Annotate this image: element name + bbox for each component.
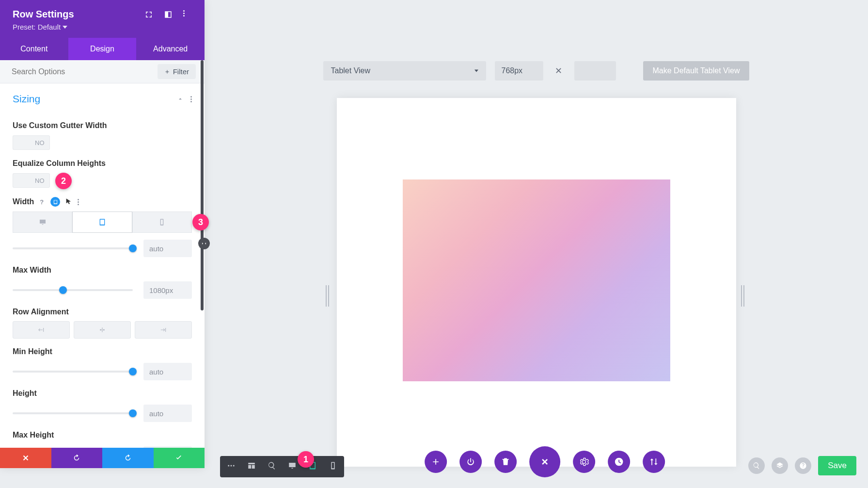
right-dock: Save <box>748 456 856 475</box>
search-dock-icon[interactable] <box>748 457 765 474</box>
panel-scrollbar[interactable] <box>201 60 204 310</box>
device-tabs <box>13 211 192 233</box>
device-tab-phone[interactable] <box>132 211 192 233</box>
layers-dock-icon[interactable] <box>772 457 788 474</box>
tab-advanced[interactable]: Advanced <box>136 38 205 60</box>
canvas-area: ✕ Make Default Tablet View <box>205 0 868 488</box>
viewport-height-input[interactable] <box>574 61 616 81</box>
align-right-button[interactable] <box>135 321 192 339</box>
collapse-icon[interactable] <box>177 96 184 102</box>
maxwidth-label: Max Width <box>13 266 192 275</box>
undo-button[interactable] <box>51 448 103 468</box>
action-circles <box>425 446 665 477</box>
panel-tabs: Content Design Advanced <box>0 38 205 60</box>
gutter-label: Use Custom Gutter Width <box>13 121 192 130</box>
view-select[interactable] <box>323 61 486 81</box>
clear-width-icon[interactable]: ✕ <box>552 65 566 76</box>
height-input[interactable] <box>143 405 192 422</box>
delete-button[interactable] <box>494 451 517 473</box>
responsive-tablet-icon[interactable] <box>50 197 60 207</box>
view-select-wrap[interactable] <box>323 61 486 81</box>
height-slider[interactable] <box>13 412 133 414</box>
sidebar-toggle-icon[interactable] <box>164 10 173 19</box>
equalize-value: NO <box>30 173 50 188</box>
view-toolbar: ✕ Make Default Tablet View <box>323 61 750 81</box>
cancel-button[interactable] <box>0 448 51 468</box>
panel-more-icon[interactable] <box>183 10 192 19</box>
hover-cursor-icon[interactable] <box>65 198 73 206</box>
width-slider[interactable] <box>13 247 133 249</box>
preset-label: Preset: Default <box>13 23 61 31</box>
filter-button[interactable]: Filter <box>158 64 196 79</box>
builder-more-icon[interactable] <box>227 461 236 472</box>
tab-content[interactable]: Content <box>0 38 68 60</box>
make-default-view-button[interactable]: Make Default Tablet View <box>643 61 750 81</box>
minheight-input[interactable] <box>143 363 192 380</box>
zoom-icon[interactable] <box>268 461 276 472</box>
close-builder-button[interactable] <box>529 446 560 477</box>
panel-resize-handle[interactable] <box>198 238 210 249</box>
tab-design[interactable]: Design <box>68 38 137 60</box>
history-button[interactable] <box>608 451 630 473</box>
svg-point-2 <box>233 465 235 467</box>
maxheight-label: Max Height <box>13 431 192 439</box>
panel-title: Row Settings <box>13 9 74 20</box>
section-header-sizing[interactable]: Sizing <box>0 83 205 108</box>
align-left-button[interactable] <box>13 321 70 339</box>
builder-bar <box>220 456 344 477</box>
filter-label: Filter <box>173 67 189 76</box>
gutter-toggle[interactable]: NO <box>13 135 192 150</box>
minheight-label: Min Height <box>13 347 192 356</box>
height-label: Height <box>13 389 192 398</box>
phone-view-icon[interactable] <box>329 461 337 472</box>
fullscreen-icon[interactable] <box>144 10 153 19</box>
svg-point-0 <box>228 465 229 467</box>
power-button[interactable] <box>459 451 482 473</box>
panel-header: Row Settings Preset: Default <box>0 0 205 38</box>
align-center-button[interactable] <box>74 321 131 339</box>
marker-1: 1 <box>298 451 314 468</box>
svg-point-1 <box>231 465 232 467</box>
align-row <box>13 321 192 339</box>
settings-button[interactable] <box>573 451 595 473</box>
maxwidth-input[interactable] <box>143 281 192 299</box>
preview-resize-right[interactable] <box>741 285 746 307</box>
equalize-toggle[interactable]: NO <box>13 173 192 188</box>
marker-2: 2 <box>55 173 72 189</box>
search-input[interactable] <box>12 67 158 76</box>
width-more-icon[interactable] <box>78 199 79 205</box>
preview-frame <box>337 98 736 467</box>
device-tab-desktop[interactable] <box>13 211 72 233</box>
equalize-label: Equalize Column Heights <box>13 159 192 168</box>
maxwidth-slider[interactable] <box>13 289 133 291</box>
sort-button[interactable] <box>643 451 665 473</box>
panel-footer <box>0 448 205 468</box>
help-icon[interactable]: ? <box>38 198 46 206</box>
width-label-row: Width ? <box>13 197 192 207</box>
section-title: Sizing <box>13 93 40 105</box>
section-more-icon[interactable] <box>190 96 192 102</box>
preview-content <box>403 179 670 381</box>
wireframe-icon[interactable] <box>247 461 256 472</box>
preset-selector[interactable]: Preset: Default <box>13 23 192 31</box>
settings-panel: Row Settings Preset: Default Content Des… <box>0 0 205 468</box>
add-button[interactable] <box>425 451 447 473</box>
gutter-value: NO <box>30 135 50 150</box>
help-dock-icon[interactable] <box>795 457 811 474</box>
desktop-view-icon[interactable] <box>288 461 297 472</box>
rowalign-label: Row Alignment <box>13 308 192 316</box>
save-button[interactable]: Save <box>818 456 856 475</box>
width-input[interactable] <box>143 240 192 257</box>
marker-3: 3 <box>192 214 209 230</box>
search-filter-row: Filter <box>0 60 205 83</box>
save-panel-button[interactable] <box>154 448 205 468</box>
preview-resize-left[interactable] <box>326 285 331 307</box>
controls-scroll: Use Custom Gutter Width NO Equalize Colu… <box>0 108 205 448</box>
width-label: Width <box>13 197 34 206</box>
redo-button[interactable] <box>102 448 154 468</box>
minheight-slider[interactable] <box>13 371 133 373</box>
device-tab-tablet[interactable] <box>72 211 132 233</box>
viewport-width-input[interactable] <box>495 61 543 81</box>
